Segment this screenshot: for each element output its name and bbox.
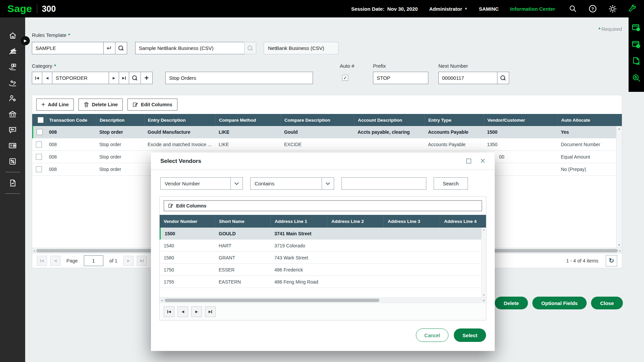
vendor-search-input[interactable] — [341, 177, 426, 190]
scroll-up-arrow[interactable]: ▲ — [483, 228, 485, 231]
previous-page-button[interactable]: ◀ — [177, 306, 188, 317]
scroll-left-arrow[interactable]: ◂ — [161, 299, 163, 302]
filter-field-select[interactable]: Vendor Number — [160, 177, 243, 190]
column-header[interactable]: Entry Type — [425, 114, 484, 126]
refresh-button[interactable]: ↻ — [606, 255, 617, 266]
column-header[interactable]: Vendor/Customer — [484, 114, 557, 126]
next-number-input[interactable] — [438, 72, 497, 84]
column-header[interactable]: Account Description — [354, 114, 425, 126]
open-window-1-icon[interactable]: 1 — [631, 23, 641, 33]
gear-icon[interactable] — [608, 4, 617, 13]
column-header[interactable]: Description — [96, 114, 144, 126]
information-center-link[interactable]: Information Center — [510, 6, 555, 12]
category-last-button[interactable]: ▶ — [119, 72, 129, 84]
payments-icon[interactable] — [0, 59, 25, 75]
sidebar-expand-toggle[interactable]: ▶ — [21, 36, 30, 45]
help-icon[interactable]: ? — [588, 4, 597, 13]
maximize-icon[interactable] — [466, 159, 471, 164]
row-checkbox[interactable] — [36, 166, 42, 172]
last-page-button[interactable]: ▶ — [205, 306, 216, 317]
vendor-grid-vertical-scrollbar[interactable]: ▲▼ — [481, 228, 486, 297]
vendor-search-button[interactable]: Search — [434, 177, 468, 190]
rules-template-input[interactable] — [32, 42, 104, 54]
invoices-icon[interactable] — [0, 138, 25, 154]
user-menu[interactable]: Administrator ▼ — [429, 6, 467, 12]
banking-icon[interactable] — [0, 43, 25, 59]
table-row[interactable]: 008 Stop order Gould Manufacture LIKE Go… — [32, 126, 622, 138]
last-page-button[interactable]: ▶ — [137, 256, 147, 266]
rates-icon[interactable] — [0, 154, 25, 169]
messages-icon[interactable] — [0, 122, 25, 138]
column-header[interactable]: Transaction Code — [46, 114, 96, 126]
scroll-up-arrow[interactable]: ▲ — [618, 127, 621, 130]
column-header[interactable]: Address Line 2 — [327, 215, 383, 228]
category-first-button[interactable]: ◀ — [32, 72, 42, 84]
user-settings-icon[interactable] — [0, 90, 25, 106]
scroll-left-arrow[interactable]: ◂ — [33, 249, 35, 252]
auto-number-checkbox[interactable]: ✓ — [342, 75, 348, 81]
category-description-input[interactable] — [165, 72, 313, 84]
select-button[interactable]: Select — [454, 328, 486, 342]
scroll-down-arrow[interactable]: ▼ — [483, 294, 485, 297]
inquiry-search-icon[interactable] — [631, 73, 641, 83]
optional-fields-button[interactable]: Optional Fields — [532, 297, 587, 309]
column-header[interactable]: Vendor Number — [160, 215, 215, 228]
column-header[interactable]: Short Name — [215, 215, 270, 228]
column-header[interactable]: Address Line 1 — [270, 215, 327, 228]
grid-vertical-scrollbar[interactable]: ▲▼ — [616, 126, 622, 248]
template-name-input[interactable] — [135, 42, 245, 54]
scroll-down-arrow[interactable]: ▼ — [618, 243, 621, 247]
first-page-button[interactable]: ◀ — [37, 256, 47, 266]
search-icon[interactable] — [569, 4, 577, 13]
close-button[interactable]: Close — [591, 297, 623, 309]
column-header[interactable]: Address Line 3 — [383, 215, 440, 228]
column-header[interactable]: Compare Method — [215, 114, 281, 126]
favorite-window-icon[interactable]: ★ — [631, 40, 641, 50]
table-row[interactable]: 008 Stop order Excide and matched Invoic… — [32, 138, 622, 151]
select-all-checkbox[interactable] — [38, 117, 44, 123]
row-checkbox[interactable] — [36, 141, 42, 147]
previous-page-button[interactable]: ◀ — [50, 256, 60, 266]
reports-icon[interactable] — [0, 175, 25, 191]
column-header[interactable]: Entry Description — [144, 114, 215, 126]
tools-wrench-icon[interactable] — [628, 4, 637, 13]
page-number-input[interactable] — [84, 255, 103, 266]
vendor-row[interactable]: 1540 HART 3719 Colorado — [160, 240, 486, 252]
modal-edit-columns-button[interactable]: Edit Columns — [164, 200, 482, 211]
next-page-button[interactable]: ▶ — [191, 306, 202, 317]
column-header[interactable]: Auto Allocate — [557, 114, 616, 126]
rules-template-finder-button[interactable] — [115, 42, 127, 54]
vendor-row[interactable]: 1755 EASTERN 486 Feng Ming Road — [160, 276, 486, 288]
next-number-finder-button[interactable] — [497, 72, 509, 84]
first-page-button[interactable]: ◀ — [164, 306, 174, 317]
edit-columns-button[interactable]: Edit Columns — [127, 99, 177, 111]
category-finder-button[interactable] — [129, 72, 141, 84]
category-input[interactable] — [52, 72, 109, 84]
prefix-input[interactable] — [373, 72, 428, 84]
column-header[interactable]: Address Line 4 — [440, 215, 481, 228]
row-checkbox[interactable] — [36, 154, 42, 160]
go-enter-button[interactable]: ↵ — [103, 42, 115, 54]
add-line-button[interactable]: +Add Line — [36, 99, 74, 111]
filter-operator-select[interactable]: Contains — [250, 177, 334, 190]
category-next-button[interactable]: ▶ — [109, 72, 119, 84]
close-icon[interactable]: × — [480, 157, 485, 166]
delete-line-button[interactable]: Delete Line — [78, 99, 123, 111]
scrollbar-thumb[interactable] — [165, 299, 379, 302]
cancel-button[interactable]: Cancel — [416, 328, 448, 342]
scroll-right-arrow[interactable]: ▸ — [619, 249, 621, 252]
vendor-row[interactable]: 1580 GRANT 743 Wark Street — [160, 252, 486, 264]
scroll-right-arrow[interactable]: ▸ — [483, 299, 485, 302]
category-add-button[interactable]: + — [141, 72, 153, 84]
next-page-button[interactable]: ▶ — [123, 256, 133, 266]
vendor-row[interactable]: 1750 ESSER 486 Frederick — [160, 264, 486, 276]
services-icon[interactable] — [0, 75, 25, 90]
category-previous-button[interactable]: ◀ — [42, 72, 52, 84]
bank-icon[interactable] — [0, 106, 25, 122]
column-header[interactable]: Compare Description — [281, 114, 354, 126]
vendor-grid-horizontal-scrollbar[interactable]: ◂ ▸ — [160, 297, 486, 303]
delete-button[interactable]: Delete — [495, 297, 528, 309]
row-checkbox[interactable] — [37, 129, 43, 135]
report-document-icon[interactable] — [631, 56, 641, 66]
vendor-row[interactable]: 1500 GOULD 3741 Main Street — [160, 228, 486, 240]
